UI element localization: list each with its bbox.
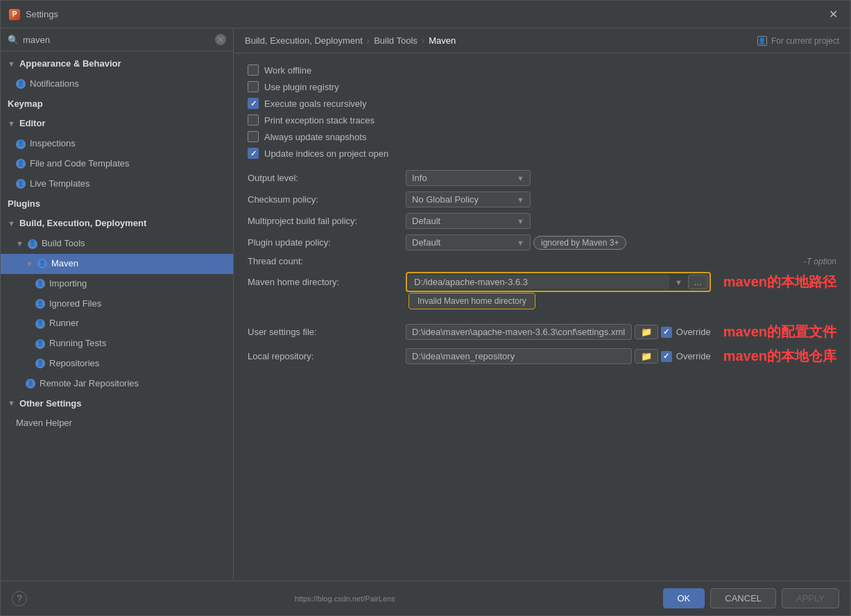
breadcrumb-sep-1: ›	[367, 35, 370, 46]
dialog-footer: ? https://blog.csdn.net/PairLens OK CANC…	[1, 581, 850, 615]
checkbox-user-settings-override[interactable]	[661, 327, 672, 338]
local-repo-label: Local repository:	[248, 351, 400, 361]
sidebar-label-importing: Importing	[49, 277, 87, 291]
person-icon-file-code: 👤	[16, 159, 26, 169]
ok-button[interactable]: OK	[663, 588, 705, 608]
cancel-button[interactable]: CANCEL	[710, 588, 776, 608]
checkbox-update-indices[interactable]	[248, 148, 259, 159]
person-icon-runner: 👤	[35, 319, 45, 329]
dialog-title: Settings	[26, 9, 58, 19]
sidebar-item-running-tests[interactable]: 👤 Running Tests	[1, 334, 233, 354]
sidebar-label-maven-helper: Maven Helper	[16, 416, 72, 431]
sidebar-label-running-tests: Running Tests	[49, 336, 106, 351]
local-repo-input[interactable]	[406, 348, 632, 364]
sidebar-item-ignored-files[interactable]: 👤 Ignored Files	[1, 294, 233, 314]
expand-arrow-build: ▼	[8, 218, 15, 230]
breadcrumb-active: Maven	[429, 35, 456, 46]
checkbox-update-indices-row: Update indices on project open	[248, 148, 836, 159]
sidebar-item-appearance[interactable]: ▼ Appearance & Behavior	[1, 54, 233, 74]
sidebar-item-remote-jar[interactable]: 👤 Remote Jar Repositories	[1, 374, 233, 394]
checksum-policy-arrow: ▼	[517, 196, 524, 204]
sidebar-item-editor[interactable]: ▼ Editor	[1, 114, 233, 134]
for-project-label: For current project	[771, 36, 839, 46]
search-clear-button[interactable]: ✕	[215, 34, 226, 45]
output-level-dropdown[interactable]: Info ▼	[406, 170, 531, 186]
checkbox-use-plugin-label: Use plugin registry	[264, 82, 339, 92]
person-icon-repositories: 👤	[35, 359, 45, 368]
multiproject-fail-dropdown[interactable]: Default ▼	[406, 213, 531, 229]
plugin-update-row: Plugin update policy: Default ▼ ignored …	[248, 234, 836, 250]
person-icon-remote-jar: 👤	[26, 379, 35, 388]
footer-right: OK CANCEL APPLY	[663, 588, 840, 608]
multiproject-fail-label: Multiproject build fail policy:	[248, 216, 400, 226]
checkbox-print-exception[interactable]	[248, 114, 259, 126]
sidebar-label-ignored-files: Ignored Files	[49, 297, 101, 311]
checkbox-always-update-row: Always update snapshots	[248, 131, 836, 142]
sidebar-label-keymap: Keymap	[8, 97, 43, 112]
checkbox-always-update[interactable]	[248, 131, 259, 142]
checkbox-local-repo-override[interactable]	[661, 351, 672, 362]
checkbox-execute-goals[interactable]	[248, 98, 259, 109]
plugin-update-label: Plugin update policy:	[248, 237, 400, 248]
plugin-update-arrow: ▼	[517, 239, 524, 247]
checksum-policy-dropdown[interactable]: No Global Policy ▼	[406, 191, 531, 207]
plugin-update-dropdown[interactable]: Default ▼	[406, 234, 531, 250]
local-repo-control: 📁 Override	[406, 348, 711, 364]
sidebar-item-other-settings[interactable]: ▼ Other Settings	[1, 394, 233, 414]
sidebar-item-maven-helper[interactable]: Maven Helper	[1, 413, 233, 434]
search-input[interactable]	[23, 35, 211, 45]
maven-home-browse-button[interactable]: ...	[688, 275, 708, 289]
thread-count-label: Thread count:	[248, 256, 400, 266]
checkbox-always-update-label: Always update snapshots	[264, 132, 366, 142]
sidebar-item-inspections[interactable]: 👤 Inspections	[1, 134, 233, 154]
user-settings-browse-button[interactable]: 📁	[635, 325, 658, 339]
sidebar-item-live-templates[interactable]: 👤 Live Templates	[1, 174, 233, 194]
sidebar-label-notifications: Notifications	[30, 77, 79, 92]
apply-button[interactable]: APPLY	[782, 588, 839, 608]
maven-home-row: Maven home directory: ▼ ... Invalid Mave…	[248, 272, 836, 292]
person-icon: 👤	[16, 79, 26, 89]
local-repo-browse-button[interactable]: 📁	[635, 349, 658, 363]
local-repo-row: Local repository: 📁 Override maven的本地仓库	[248, 347, 836, 366]
nav-tree: ▼ Appearance & Behavior 👤 Notifications …	[1, 51, 233, 581]
sidebar-item-runner[interactable]: 👤 Runner	[1, 314, 233, 334]
multiproject-fail-control: Default ▼	[406, 213, 836, 229]
sidebar-item-keymap[interactable]: Keymap	[1, 94, 233, 114]
help-button[interactable]: ?	[12, 591, 27, 606]
sidebar-item-build-exec-deploy[interactable]: ▼ Build, Execution, Deployment	[1, 214, 233, 234]
sidebar-item-notifications[interactable]: 👤 Notifications	[1, 74, 233, 94]
checkbox-use-plugin[interactable]	[248, 81, 259, 92]
checksum-policy-value: No Global Policy	[412, 194, 479, 205]
sidebar-item-maven[interactable]: ▼ 👤 Maven	[1, 254, 233, 274]
maven-home-input[interactable]	[409, 275, 669, 289]
breadcrumb-bar: Build, Execution, Deployment › Build Too…	[234, 28, 850, 53]
breadcrumb-part-1: Build, Execution, Deployment	[245, 35, 363, 46]
sidebar-item-plugins[interactable]: Plugins	[1, 194, 233, 214]
main-content: 🔍 ✕ ▼ Appearance & Behavior 👤 Notificati…	[1, 28, 850, 581]
maven-home-outer: ▼ ...	[406, 272, 711, 292]
sidebar-item-importing[interactable]: 👤 Importing	[1, 274, 233, 294]
person-icon-running-tests: 👤	[35, 339, 45, 349]
expand-arrow-build-tools: ▼	[16, 238, 24, 250]
person-icon-maven: 👤	[37, 259, 47, 268]
sidebar-label-runner: Runner	[49, 316, 79, 331]
thread-count-hint: -T option	[804, 257, 836, 266]
user-settings-input[interactable]	[406, 324, 632, 340]
expand-arrow-other: ▼	[8, 397, 15, 410]
override-label-local: Override	[676, 351, 711, 361]
close-button[interactable]: ✕	[825, 6, 842, 22]
sidebar-item-file-code-templates[interactable]: 👤 File and Code Templates	[1, 154, 233, 174]
multiproject-fail-value: Default	[412, 216, 440, 226]
checkbox-work-offline[interactable]	[248, 65, 259, 76]
sidebar-label-plugins: Plugins	[8, 197, 40, 212]
sidebar-item-repositories[interactable]: 👤 Repositories	[1, 354, 233, 374]
checkbox-print-exception-label: Print exception stack traces	[264, 115, 375, 126]
plugin-update-tag: ignored by Maven 3+	[533, 236, 626, 250]
person-icon-ignored-files: 👤	[35, 299, 45, 309]
search-bar: 🔍 ✕	[1, 28, 233, 51]
sidebar-item-build-tools[interactable]: ▼ 👤 Build Tools	[1, 234, 233, 254]
override-label-user: Override	[676, 327, 711, 337]
search-icon: 🔍	[8, 35, 19, 45]
right-panel: Build, Execution, Deployment › Build Too…	[234, 28, 850, 581]
sidebar-label-other-settings: Other Settings	[19, 397, 82, 411]
